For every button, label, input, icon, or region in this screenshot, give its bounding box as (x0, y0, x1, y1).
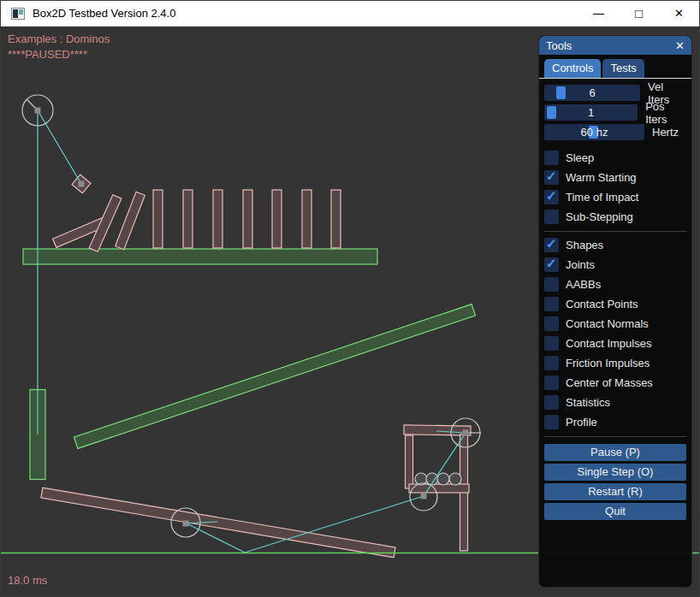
check-icon: ✓ (546, 256, 557, 271)
slider-value-pos-iters: 1 (588, 106, 594, 119)
checkbox-statistics[interactable]: Statistics (544, 393, 686, 412)
dynamic-body-4 (183, 190, 193, 248)
slider-value-vel-iters: 6 (589, 86, 595, 99)
checkbox-box-contact-normals[interactable] (544, 316, 559, 331)
checkbox-box-joints[interactable]: ✓ (544, 257, 559, 272)
dynamic-body-9 (331, 190, 341, 248)
button-section: Pause (P)Single Step (O)Restart (R)Quit (544, 437, 686, 520)
joint-line-1 (38, 110, 81, 184)
checkbox-profile[interactable]: Profile (544, 412, 686, 432)
checkbox-label-sleep: Sleep (566, 151, 594, 164)
dynamic-body-13 (406, 435, 413, 488)
ball-2 (437, 473, 449, 485)
static-body-0 (23, 249, 377, 264)
checkbox-box-profile[interactable] (544, 415, 559, 429)
checkbox-center-of-masses[interactable]: Center of Masses (544, 373, 686, 393)
restart-r-button[interactable]: Restart (R) (544, 483, 686, 500)
checkbox-label-warm-starting: Warm Starting (566, 171, 637, 184)
checkbox-label-center-of-masses: Center of Masses (566, 376, 653, 389)
tab-tests[interactable]: Tests (602, 59, 644, 78)
tab-controls[interactable]: Controls (544, 59, 601, 78)
checkbox-contact-normals[interactable]: Contact Normals (544, 314, 686, 334)
slider-label-hertz: Hertz (652, 126, 679, 139)
checkbox-label-contact-points: Contact Points (566, 298, 638, 310)
checkbox-label-sub-stepping: Sub-Stepping (566, 210, 633, 223)
quit-button[interactable]: Quit (544, 503, 686, 520)
dynamic-body-5 (213, 190, 222, 248)
single-step-o-button[interactable]: Single Step (O) (544, 464, 686, 481)
slider-handle-pos-iters[interactable] (547, 106, 556, 119)
window-titlebar[interactable]: Box2D Testbed Version 2.4.0 — □ ✕ (1, 1, 699, 27)
checkbox-label-profile: Profile (566, 416, 597, 429)
app-window: Box2D Testbed Version 2.4.0 — □ ✕ Exampl… (0, 0, 700, 597)
slider-value-hertz: 60 hz (581, 126, 608, 139)
frame-time-label: 18.0 ms (8, 574, 47, 587)
checkbox-box-warm-starting[interactable]: ✓ (544, 170, 559, 185)
dynamic-body-15 (409, 484, 469, 493)
slider-label-pos-iters: Pos Iters (645, 100, 686, 126)
checkbox-joints[interactable]: ✓Joints (544, 255, 686, 275)
checkbox-section: Sleep✓Warm Starting✓Time of ImpactSub-St… (544, 145, 686, 437)
close-button[interactable]: ✕ (659, 1, 699, 27)
joint-anchor-2 (183, 521, 189, 527)
joint-anchor-3 (421, 494, 427, 499)
checkbox-box-shapes[interactable]: ✓ (544, 238, 559, 252)
checkbox-box-contact-impulses[interactable] (544, 336, 559, 351)
slider-pos-iters[interactable]: 1 (544, 104, 638, 121)
slider-row-hertz: 60 hzHertz (544, 122, 686, 142)
dynamic-body-3 (153, 190, 163, 248)
checkbox-label-friction-impulses: Friction Impulses (566, 357, 650, 369)
checkbox-group-1: Sleep✓Warm Starting✓Time of ImpactSub-St… (544, 145, 686, 232)
joint-anchor-0 (35, 108, 41, 114)
checkbox-label-shapes: Shapes (566, 239, 603, 251)
window-title: Box2D Testbed Version 2.4.0 (33, 7, 175, 20)
checkbox-aabbs[interactable]: AABBs (544, 275, 686, 294)
panel-close-icon[interactable]: ✕ (675, 39, 685, 52)
tools-panel: Tools ✕ ControlsTests 6Vel Iters1Pos Ite… (538, 35, 692, 588)
slider-vel-iters[interactable]: 6 (544, 85, 640, 101)
checkbox-group-2: ✓Shapes✓JointsAABBsContact PointsContact… (544, 232, 686, 437)
dynamic-body-6 (243, 190, 252, 248)
checkbox-box-statistics[interactable] (544, 395, 559, 410)
panel-titlebar[interactable]: Tools ✕ (539, 36, 691, 55)
checkbox-contact-impulses[interactable]: Contact Impulses (544, 334, 686, 353)
checkbox-warm-starting[interactable]: ✓Warm Starting (544, 168, 686, 187)
checkbox-box-time-of-impact[interactable]: ✓ (544, 190, 559, 204)
checkbox-friction-impulses[interactable]: Friction Impulses (544, 353, 686, 373)
slider-handle-vel-iters[interactable] (556, 86, 566, 99)
checkbox-box-contact-points[interactable] (544, 297, 559, 311)
slider-row-pos-iters: 1Pos Iters (544, 103, 686, 122)
panel-title: Tools (546, 39, 675, 52)
check-icon: ✓ (546, 168, 557, 184)
checkbox-box-aabbs[interactable] (544, 277, 559, 292)
maximize-button[interactable]: □ (619, 1, 659, 27)
checkbox-box-sleep[interactable] (544, 151, 559, 165)
checkbox-label-statistics: Statistics (566, 396, 610, 409)
slider-section: 6Vel Iters1Pos Iters60 hzHertz (544, 83, 686, 142)
check-icon: ✓ (546, 188, 557, 204)
checkbox-box-sub-stepping[interactable] (544, 210, 559, 224)
app-icon (11, 8, 25, 20)
checkbox-contact-points[interactable]: Contact Points (544, 294, 686, 314)
checkbox-label-contact-normals: Contact Normals (566, 317, 649, 330)
checkbox-box-friction-impulses[interactable] (544, 356, 559, 370)
checkbox-box-center-of-masses[interactable] (544, 375, 559, 390)
joint-anchor-4 (463, 430, 469, 436)
minimize-button[interactable]: — (578, 1, 619, 27)
paused-label: ****PAUSED**** (8, 48, 87, 61)
checkbox-label-aabbs: AABBs (566, 278, 601, 291)
checkbox-sub-stepping[interactable]: Sub-Stepping (544, 207, 686, 227)
dynamic-body-8 (302, 190, 311, 248)
example-label: Examples : Dominos (8, 33, 110, 45)
pause-p-button[interactable]: Pause (P) (544, 444, 686, 461)
tab-bar: ControlsTests (539, 55, 691, 79)
checkbox-label-time-of-impact: Time of Impact (566, 191, 638, 204)
checkbox-label-contact-impulses: Contact Impulses (566, 337, 651, 350)
panel-body: 6Vel Iters1Pos Iters60 hzHertz Sleep✓War… (539, 79, 691, 520)
checkbox-sleep[interactable]: Sleep (544, 148, 686, 168)
checkbox-label-joints: Joints (566, 258, 595, 271)
checkbox-shapes[interactable]: ✓Shapes (544, 235, 686, 255)
dynamic-body-11 (41, 488, 395, 558)
checkbox-time-of-impact[interactable]: ✓Time of Impact (544, 187, 686, 207)
slider-hertz[interactable]: 60 hz (544, 124, 644, 140)
